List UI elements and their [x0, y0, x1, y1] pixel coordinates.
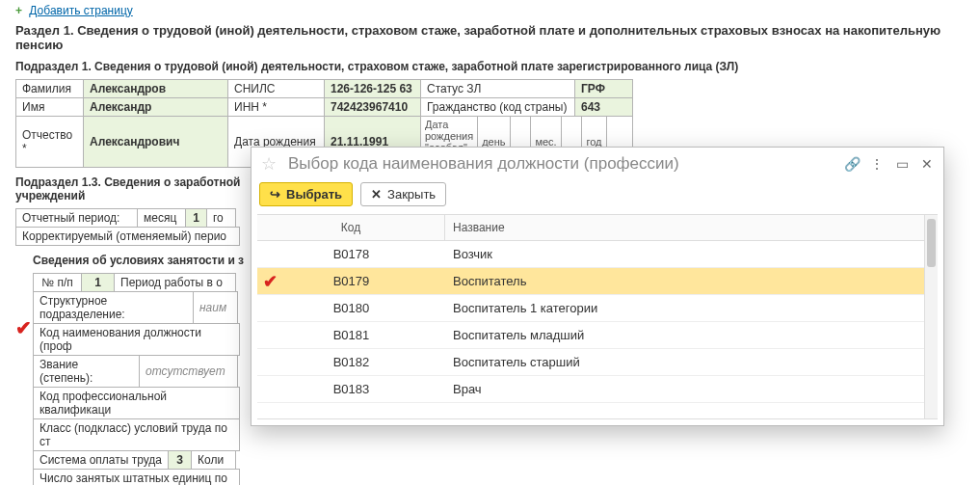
pay-system-value[interactable]: 3: [169, 451, 192, 470]
grid-cell-name: Врач: [445, 382, 938, 396]
position-code-dialog: ☆ Выбор кода наименования должности (про…: [251, 147, 944, 426]
npp-value[interactable]: 1: [82, 274, 115, 292]
favorite-star-icon[interactable]: ☆: [261, 153, 277, 175]
rank-label: Звание (степень):: [34, 356, 140, 388]
grid-row[interactable]: ✔В0179Воспитатель: [257, 268, 938, 295]
red-check-icon: ✔: [15, 316, 32, 339]
snils-value[interactable]: 126-126-125 63: [325, 80, 421, 98]
grid-cell-code: В0178: [257, 247, 445, 261]
more-icon[interactable]: ⋮: [868, 156, 886, 172]
grid-row[interactable]: В0181Воспитатель младший: [257, 322, 938, 349]
grid-cell-code: В0181: [257, 328, 445, 342]
inn-label: ИНН *: [228, 98, 325, 117]
section1-title: Раздел 1. Сведения о трудовой (иной) дея…: [15, 23, 965, 52]
close-button[interactable]: ✕ Закрыть: [360, 182, 446, 206]
grid-row[interactable]: В0180Воспитатель 1 категории: [257, 295, 938, 322]
grid-cell-code: В0180: [257, 301, 445, 315]
subsection1-title: Подраздел 1. Сведения о трудовой (иной) …: [15, 60, 965, 73]
grid-cell-name: Воспитатель 1 категории: [445, 301, 938, 315]
plus-icon: +: [15, 4, 22, 17]
month-value[interactable]: 1: [186, 209, 207, 228]
units-label: Число занятых штатных единиц по до: [34, 470, 240, 486]
fam-value[interactable]: Александров: [84, 80, 228, 98]
grid-cell-name: Возчик: [445, 247, 938, 261]
select-button[interactable]: ↪ Выбрать: [259, 182, 353, 206]
grid-cell-code: В0183: [257, 382, 445, 396]
close-icon[interactable]: ✕: [918, 156, 936, 172]
grid-cell-name: Воспитатель старший: [445, 355, 938, 369]
code-grid: Код Название В0178Возчик✔В0179Воспитател…: [257, 214, 938, 419]
name-label: Имя: [16, 98, 84, 117]
otch-label: Отчество *: [16, 117, 84, 168]
grid-row[interactable]: В0182Воспитатель старший: [257, 349, 938, 376]
grid-cell-name: Воспитатель младший: [445, 328, 938, 342]
npp-label: № п/п: [34, 274, 82, 292]
year-short-label: го: [207, 209, 236, 228]
grid-row[interactable]: В0178Возчик: [257, 241, 938, 268]
corr-row: Корректируемый (отменяемый) перио: [15, 227, 240, 246]
month-label: месяц: [138, 209, 186, 228]
status-label: Статус ЗЛ: [421, 80, 575, 98]
grid-col-code[interactable]: Код: [257, 215, 445, 240]
row-check-icon: ✔: [263, 271, 278, 292]
grid-cell-name: Воспитатель: [445, 274, 938, 288]
otch-value[interactable]: Александрович: [84, 117, 228, 168]
struct-hint[interactable]: наим: [194, 292, 238, 324]
pay-extra-label: Коли: [192, 451, 236, 470]
grid-cell-code: В0179: [257, 274, 445, 288]
report-period-label: Отчетный период:: [16, 209, 138, 228]
grid-scrollbar[interactable]: [924, 215, 938, 418]
inn-value[interactable]: 742423967410: [325, 98, 421, 117]
grid-row[interactable]: В0183Врач: [257, 376, 938, 403]
link-icon[interactable]: 🔗: [843, 156, 861, 172]
select-arrow-icon: ↪: [270, 187, 280, 202]
citizen-label: Гражданство (код страны): [421, 98, 575, 117]
maximize-icon[interactable]: ▭: [893, 156, 911, 172]
snils-label: СНИЛС: [228, 80, 325, 98]
rank-hint[interactable]: отсутствует: [140, 356, 238, 388]
npp-row: № п/п 1 Период работы в о: [33, 273, 236, 292]
grid-col-name[interactable]: Название: [445, 215, 938, 240]
position-code-label[interactable]: Код наименования должности (проф: [34, 324, 240, 356]
name-value[interactable]: Александр: [84, 98, 228, 117]
citizen-value[interactable]: 643: [575, 98, 633, 117]
period-row: Отчетный период: месяц 1 го: [15, 208, 236, 228]
fam-label: Фамилия: [16, 80, 84, 98]
grf-label: ГРФ: [575, 80, 633, 98]
pay-system-label: Система оплаты труда: [34, 451, 169, 470]
dialog-title: Выбор кода наименования должности (профе…: [288, 154, 835, 174]
struct-label: Структурное подразделение:: [34, 292, 194, 324]
class-label: Класс (подкласс) условий труда по ст: [34, 419, 240, 451]
close-x-icon: ✕: [371, 187, 382, 202]
add-page-link[interactable]: Добавить страницу: [29, 4, 132, 17]
corr-period-label: Корректируемый (отменяемый) перио: [16, 228, 240, 246]
work-period-label: Период работы в о: [115, 274, 236, 292]
prof-code-label: Код профессиональной квалификаци: [34, 388, 240, 419]
grid-cell-code: В0182: [257, 355, 445, 369]
